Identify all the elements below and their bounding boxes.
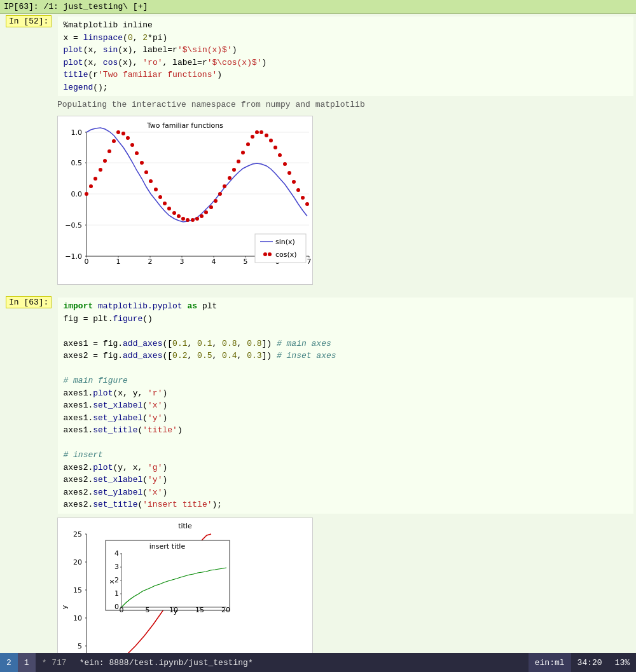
svg-text:0.5: 0.5 (71, 159, 83, 167)
cell-content-63[interactable]: import matplotlib.pyplot as plt fig = pl… (55, 296, 636, 515)
svg-text:5: 5 (78, 642, 82, 650)
svg-point-77 (287, 171, 291, 175)
svg-point-34 (89, 184, 93, 188)
svg-point-38 (107, 149, 111, 153)
svg-point-44 (135, 151, 139, 155)
svg-point-79 (296, 188, 300, 192)
svg-point-70 (255, 130, 259, 134)
svg-point-45 (140, 161, 144, 165)
svg-point-78 (292, 180, 296, 184)
svg-text:1: 1 (114, 589, 119, 598)
svg-text:3: 3 (180, 257, 184, 266)
svg-text:1.0: 1.0 (71, 128, 83, 137)
svg-point-67 (241, 151, 245, 154)
svg-text:10: 10 (169, 606, 178, 614)
code-block-63: import matplotlib.pyplot as plt fig = pl… (58, 298, 633, 514)
code-block-52: %matplotlib inline x = linspace(0, 2*pi)… (58, 17, 633, 96)
svg-point-50 (163, 202, 167, 205)
svg-point-76 (283, 162, 287, 166)
status-position: 34:20 (571, 653, 609, 672)
svg-text:4: 4 (114, 549, 119, 558)
svg-text:−1.0: −1.0 (65, 252, 82, 261)
svg-point-80 (301, 196, 305, 200)
notebook[interactable]: In [52]: %matplotlib inline x = linspace… (0, 14, 636, 653)
cell-63: In [63]: import matplotlib.pyplot as plt… (0, 295, 636, 516)
svg-text:20: 20 (73, 558, 82, 566)
chart1-container: Two familiar functions 1.0 0.5 (0, 114, 636, 290)
chart1-svg: Two familiar functions 1.0 0.5 (58, 116, 312, 282)
svg-text:2: 2 (148, 257, 153, 266)
svg-point-39 (112, 139, 116, 143)
svg-point-85 (263, 252, 267, 256)
svg-point-55 (186, 218, 190, 222)
svg-point-42 (126, 136, 130, 140)
svg-point-86 (268, 252, 272, 256)
chart2: title y x 0 5 10 (57, 518, 313, 654)
svg-text:7: 7 (307, 257, 312, 266)
svg-point-73 (269, 139, 273, 142)
svg-point-65 (232, 168, 236, 172)
svg-point-36 (99, 168, 102, 172)
svg-point-40 (116, 130, 120, 134)
svg-point-37 (103, 159, 107, 163)
cell-label-52: In [52]: (2, 15, 55, 97)
svg-text:cos(x): cos(x) (275, 250, 297, 259)
svg-point-62 (218, 192, 222, 196)
svg-point-75 (278, 153, 282, 157)
chart1: Two familiar functions 1.0 0.5 (57, 116, 313, 285)
cell-52: In [52]: %matplotlib inline x = linspace… (0, 14, 636, 99)
svg-point-49 (158, 195, 162, 199)
svg-point-58 (200, 214, 204, 218)
svg-text:2: 2 (114, 576, 119, 584)
svg-text:y: y (60, 605, 69, 609)
svg-text:0: 0 (85, 257, 89, 266)
svg-point-60 (209, 205, 213, 209)
title-bar: IP[63]: /1: just_testing\ [+] (0, 0, 636, 14)
status-indicator: * 717 (36, 653, 73, 672)
svg-point-35 (93, 177, 97, 181)
svg-point-33 (85, 192, 88, 196)
svg-text:15: 15 (195, 606, 204, 614)
status-bar: 2 1 * 717 *ein: 8888/test.ipynb/just_tes… (0, 653, 636, 672)
svg-text:0: 0 (114, 603, 119, 611)
svg-text:20: 20 (221, 606, 230, 614)
svg-point-81 (305, 202, 309, 206)
svg-point-56 (191, 218, 195, 222)
svg-point-54 (181, 217, 185, 221)
svg-rect-117 (106, 540, 230, 610)
cell-label-63: In [63]: (2, 296, 55, 515)
chart2-svg: title y x 0 5 10 (58, 518, 312, 654)
svg-point-47 (149, 179, 153, 183)
svg-text:insert title: insert title (149, 542, 186, 551)
status-mode: ein:ml (529, 653, 571, 672)
svg-point-66 (237, 160, 240, 163)
svg-text:15: 15 (73, 586, 82, 594)
svg-point-41 (121, 132, 125, 135)
svg-point-71 (259, 130, 263, 134)
svg-text:1: 1 (116, 257, 121, 266)
svg-text:25: 25 (73, 530, 82, 538)
svg-point-51 (167, 207, 171, 210)
cell-content-52[interactable]: %matplotlib inline x = linspace(0, 2*pi)… (55, 15, 636, 97)
svg-point-57 (195, 217, 199, 221)
svg-text:sin(x): sin(x) (275, 238, 295, 246)
chart2-title: title (178, 522, 192, 530)
svg-text:5: 5 (146, 606, 150, 614)
svg-point-64 (228, 176, 232, 180)
status-filename: *ein: 8888/test.ipynb/just_testing* (73, 653, 529, 672)
svg-point-74 (273, 146, 277, 149)
svg-text:4: 4 (212, 257, 216, 266)
svg-text:10: 10 (73, 614, 82, 622)
chart1-title: Two familiar functions (146, 121, 223, 130)
status-mode-num1: 2 (0, 653, 18, 672)
svg-point-46 (144, 170, 148, 174)
chart2-container: title y x 0 5 10 (0, 516, 636, 654)
status-mode-num2: 1 (18, 653, 36, 672)
svg-point-43 (130, 143, 134, 147)
status-percent: 13% (609, 653, 636, 672)
title-text: IP[63]: /1: just_testing\ [+] (4, 2, 148, 11)
svg-point-59 (204, 210, 208, 214)
svg-text:0.0: 0.0 (71, 190, 83, 198)
svg-point-69 (251, 135, 254, 139)
svg-text:5: 5 (244, 257, 248, 266)
